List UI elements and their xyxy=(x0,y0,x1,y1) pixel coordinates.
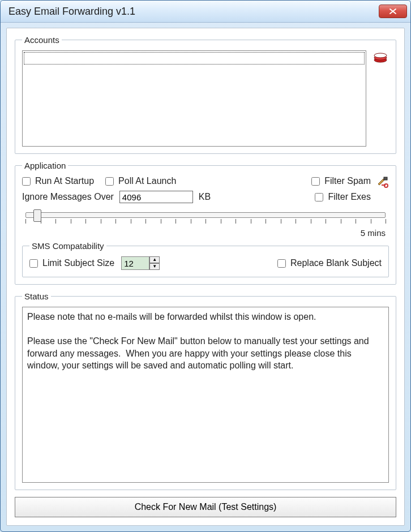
titlebar: Easy Email Forwarding v1.1 xyxy=(1,1,410,23)
client-area: Accounts Application xyxy=(6,28,405,526)
limit-subject-checkbox[interactable]: Limit Subject Size xyxy=(29,258,114,268)
filter-spam-checkbox[interactable]: Filter Spam xyxy=(311,176,371,186)
app-window: Easy Email Forwarding v1.1 Accounts xyxy=(0,0,411,532)
mail-stack-icon xyxy=(373,52,388,63)
spinner-up[interactable]: ▲ xyxy=(149,256,160,263)
sms-group: SMS Compatability Limit Subject Size ▲ ▼ xyxy=(22,241,389,277)
ignore-label: Ignore Messages Over xyxy=(22,192,114,202)
svg-point-2 xyxy=(374,53,387,58)
close-icon xyxy=(389,8,397,15)
poll-at-launch-checkbox[interactable]: Poll At Launch xyxy=(105,176,176,186)
limit-subject-value[interactable] xyxy=(121,256,149,270)
replace-blank-subject-checkbox[interactable]: Replace Blank Subject xyxy=(277,258,382,268)
status-legend: Status xyxy=(22,291,51,301)
application-tools-button[interactable] xyxy=(376,176,389,190)
sms-legend: SMS Compatability xyxy=(29,241,106,251)
accounts-listbox[interactable] xyxy=(22,50,366,147)
hammer-wrench-icon xyxy=(376,176,389,188)
limit-subject-spinner[interactable]: ▲ ▼ xyxy=(121,256,160,270)
application-legend: Application xyxy=(22,161,68,170)
accounts-legend: Accounts xyxy=(22,35,62,45)
slider-value-label: 5 mins xyxy=(22,228,386,238)
slider-ticks xyxy=(25,219,386,227)
accounts-icon-button[interactable] xyxy=(372,50,389,64)
svg-rect-5 xyxy=(382,185,386,186)
filter-exes-checkbox[interactable]: Filter Exes xyxy=(315,192,371,202)
close-button[interactable] xyxy=(379,5,407,18)
run-at-startup-checkbox[interactable]: Run At Startup xyxy=(22,176,94,186)
status-group: Status xyxy=(15,291,396,490)
svg-rect-3 xyxy=(384,177,387,180)
status-textarea[interactable] xyxy=(22,307,389,483)
window-title: Easy Email Forwarding v1.1 xyxy=(8,6,135,18)
application-group: Application Run At Startup Poll At Launc… xyxy=(15,161,396,285)
check-mail-button[interactable]: Check For New Mail (Test Settings) xyxy=(15,497,396,517)
ignore-unit: KB xyxy=(199,192,211,202)
spinner-down[interactable]: ▼ xyxy=(149,263,160,270)
poll-interval-slider[interactable]: 5 mins xyxy=(22,212,389,238)
ignore-size-input[interactable] xyxy=(119,191,193,203)
accounts-group: Accounts xyxy=(15,35,396,154)
